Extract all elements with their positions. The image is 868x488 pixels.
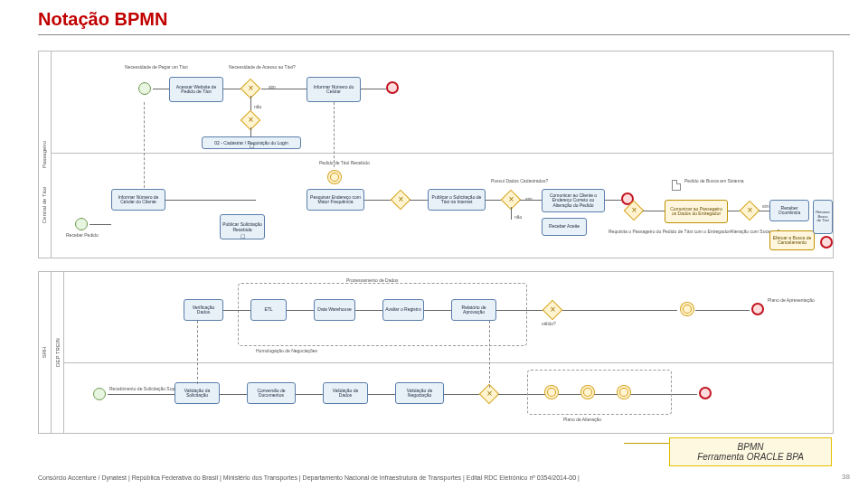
task-l2: Conversão de Documentos	[247, 382, 296, 404]
flow	[444, 394, 480, 395]
flow	[496, 310, 677, 311]
task-d6-label: Plano de Apresentação	[768, 297, 822, 303]
data-object-label: Pedido de Busca em Sistema	[684, 178, 730, 183]
group-label-2: Homologação de Negociações	[256, 348, 317, 353]
flow	[165, 200, 256, 201]
end-event-d2	[751, 303, 764, 315]
flow	[250, 127, 251, 136]
msg-flow-d	[489, 321, 490, 388]
start-label-lower: Recebimento de Solicitação Supervisão	[109, 386, 164, 391]
flow	[361, 89, 386, 89]
bg1-yes: sim	[525, 196, 533, 202]
flow	[296, 394, 323, 395]
page-title: Notação BPMN	[38, 9, 167, 30]
footer-text: Consórcio Accenture / Dynatest | Repúbli…	[38, 474, 580, 481]
msg-flow	[144, 102, 145, 192]
task-d3: Data Warehouse	[314, 299, 355, 321]
callout-oracle-l2: Ferramenta ORACLE BPA	[679, 452, 822, 462]
flow	[643, 211, 665, 211]
task-b5: Receber Aceite	[542, 218, 587, 236]
flow	[90, 224, 111, 225]
group-label-1: Processamento de Dados	[346, 277, 399, 283]
task-l4: Validação de Negociação	[395, 382, 444, 404]
inter-label: Pedido de Táxi Recebido	[319, 160, 364, 165]
msg-flow	[334, 102, 335, 167]
gateway-label-g1: Necessidade de Acesso ao Táxi?	[229, 64, 274, 70]
pool-label-bottom: Central de Táxi	[39, 153, 52, 258]
task-b4: Comunicar ao Cliente o Endereço Correto …	[542, 189, 605, 212]
task-d2: ETL	[250, 299, 287, 321]
end-event-lower	[699, 387, 712, 399]
flow	[605, 200, 621, 201]
gateway-bg3	[740, 201, 760, 221]
start-event-top	[138, 82, 151, 95]
flow	[223, 310, 250, 311]
flow	[520, 200, 542, 201]
bg3-yes: sim	[762, 203, 769, 209]
gateway-bg0	[391, 190, 411, 211]
end-event-b2	[820, 236, 833, 249]
task-informar-celular: Informar Número do Celular	[307, 77, 361, 102]
lane-divider-2	[64, 362, 833, 363]
title-rule	[38, 34, 850, 35]
task-l3: Validação de Dados	[323, 382, 368, 404]
task-b3: Publicar o Solicitação de Táxi na Intern…	[428, 189, 486, 211]
group-label-3: Plano de Alteração	[563, 417, 601, 422]
task-d1: Verificação Dados	[184, 299, 223, 321]
g1-no: não	[254, 104, 261, 109]
diagram-bizagi: Passageiro Necessidade de Pegar um Táxi …	[38, 51, 834, 258]
inter-event-d2	[681, 303, 693, 315]
flow	[220, 394, 247, 395]
start-event-lower	[93, 388, 106, 400]
flow	[695, 310, 750, 311]
flow	[355, 310, 382, 311]
task-b7: Receber Ocorrência	[769, 200, 809, 221]
callout-oracle-l1: BPMN	[679, 442, 822, 452]
task-d4: Avaliar o Registro	[382, 299, 424, 321]
task-b8: Efetuar a Busca de Cancelamento	[769, 230, 815, 250]
start-label-top: Necessidade de Pegar um Táxi	[125, 64, 170, 70]
task-b1: Informar Número de Celular do Cliente	[111, 189, 165, 211]
flow	[424, 310, 451, 311]
flow	[108, 394, 175, 395]
inter-g3b	[581, 386, 594, 399]
flow	[364, 200, 392, 201]
start-event-bottom	[75, 218, 88, 230]
flow	[153, 89, 169, 89]
end-event-top	[386, 81, 399, 94]
page-number: 38	[842, 473, 850, 481]
inter-g3a	[545, 386, 558, 399]
callout-oracle: BPMN Ferramenta ORACLE BPA	[669, 437, 832, 466]
pool-label-inner: DEP TREIN	[52, 272, 64, 433]
task-l1: Validação da Solicitação	[175, 382, 220, 404]
flow	[511, 207, 512, 220]
subprocess-publicar: Publicar Solicitação Recebida	[220, 214, 265, 239]
inter-g3c	[618, 386, 630, 399]
bg3-label: Alteração com Sucesso?	[730, 229, 775, 234]
flow	[287, 310, 314, 311]
gateway-d2	[542, 300, 563, 321]
bg1-label: Possui Dados Cadastrados?	[491, 178, 536, 183]
bg1-no: não	[514, 214, 522, 220]
flow	[410, 200, 428, 201]
task-b2: Pesquisar Endereço com Maior Frequência	[307, 189, 364, 211]
diagram-oracle: SRH DEP TREIN Processamento de Dados Ver…	[38, 271, 834, 434]
callout-oracle-connector	[624, 443, 669, 444]
data-object-icon	[672, 180, 681, 191]
subprocess-cadastro: 02 - Cadastrar / Requisição do Login	[202, 136, 301, 149]
task-acessar-website: Acessar Website de Pedido de Táxi	[169, 77, 223, 102]
flow	[261, 89, 307, 89]
flow	[368, 394, 395, 395]
start-label-bottom: Receber Pedido	[66, 232, 99, 238]
gateway-d2-label: válido?	[542, 321, 556, 326]
lane-divider-1	[52, 153, 833, 154]
inter-event	[328, 171, 341, 183]
flow	[759, 211, 769, 211]
bg2-label: Requisita o Passageiro do Pedido de Táxi…	[609, 229, 663, 234]
msg-flow-d	[197, 321, 198, 384]
task-d5: Relatório de Aprovação	[451, 299, 496, 321]
pool-label-outer: SRH	[39, 272, 52, 433]
task-b9: Retornar Busca de Táxi	[813, 200, 833, 234]
task-b6: Comunicar ao Passageiro os Dados do Entr…	[665, 200, 728, 223]
